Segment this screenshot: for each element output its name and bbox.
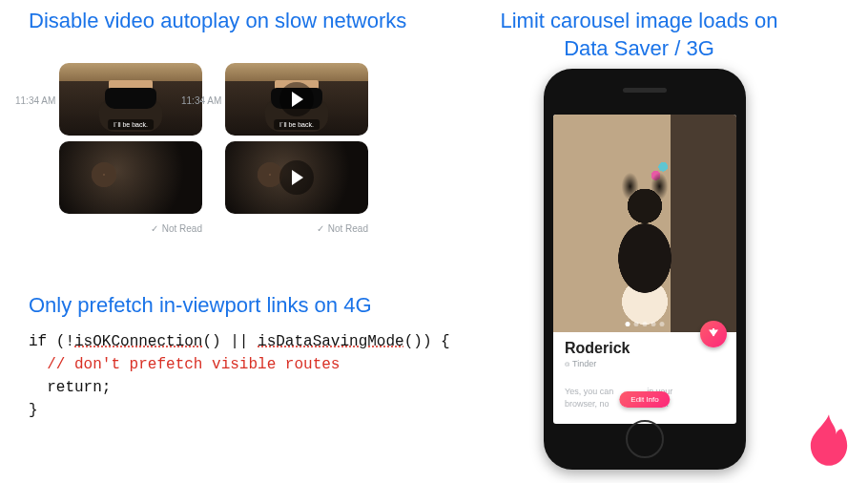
- profile-name: Roderick: [565, 340, 725, 357]
- check-icon: ✓: [317, 223, 324, 234]
- video-thumbnails: 11:34 AM I´ll be back. ✓ Not Read 11:34 …: [59, 63, 368, 234]
- video-col-no-autoplay: 11:34 AM I´ll be back. ✓ Not Read: [225, 63, 368, 234]
- profile-desc-part: browser, no: [565, 399, 610, 409]
- carousel-dot[interactable]: [651, 322, 656, 326]
- video-caption: I´ll be back.: [108, 119, 154, 130]
- link-icon: ⌾: [565, 359, 569, 368]
- read-status: ✓ Not Read: [225, 223, 368, 234]
- check-icon: ✓: [151, 223, 158, 234]
- code-text: ()) {: [404, 333, 450, 350]
- heading-prefetch: Only prefetch in-viewport links on 4G: [29, 292, 372, 320]
- edit-info-button[interactable]: Edit Info: [619, 391, 670, 408]
- profile-desc-part: Yes, you can: [565, 387, 613, 396]
- profile-source-text: Tinder: [572, 359, 596, 368]
- tinder-logo-icon: [807, 414, 851, 466]
- video-thumb-2: [59, 141, 202, 214]
- heading-carousel: Limit carousel image loads on Data Saver…: [477, 8, 801, 62]
- read-status-text: Not Read: [328, 223, 368, 234]
- heading-video-autoplay: Disable video autoplay on slow networks: [29, 8, 406, 35]
- phone-frame: Roderick ⌾ Tinder Yes, you can in your b…: [544, 69, 746, 470]
- timestamp: 11:34 AM: [181, 95, 221, 106]
- code-text: }: [29, 402, 38, 419]
- video-col-autoplay: 11:34 AM I´ll be back. ✓ Not Read: [59, 63, 202, 234]
- carousel-dot[interactable]: [626, 322, 630, 326]
- carousel-dot[interactable]: [643, 322, 648, 326]
- profile-photo[interactable]: [553, 115, 736, 332]
- code-text: () ||: [202, 333, 258, 350]
- video-caption: I´ll be back.: [274, 119, 320, 130]
- phone-screen: Roderick ⌾ Tinder Yes, you can in your b…: [553, 115, 736, 424]
- video-thumb-4: [225, 141, 368, 214]
- video-thumb-3: I´ll be back.: [225, 63, 368, 136]
- code-text: if (!: [29, 333, 74, 350]
- code-comment: // don't prefetch visible routes: [29, 356, 340, 373]
- read-status-text: Not Read: [162, 223, 202, 234]
- code-fn-1: isOKConnection: [74, 333, 202, 350]
- play-icon[interactable]: [279, 160, 314, 195]
- profile-source: ⌾ Tinder: [565, 359, 725, 368]
- read-status: ✓ Not Read: [59, 223, 202, 234]
- code-fn-2: isDataSavingMode: [258, 333, 404, 350]
- carousel-dots: [626, 322, 665, 326]
- timestamp: 11:34 AM: [15, 95, 55, 106]
- code-snippet: if (!isOKConnection() || isDataSavingMod…: [29, 330, 450, 422]
- carousel-dot[interactable]: [660, 322, 665, 326]
- play-icon[interactable]: [279, 82, 314, 116]
- carousel-dot[interactable]: [634, 322, 639, 326]
- profile-card: Roderick ⌾ Tinder Yes, you can in your b…: [553, 332, 736, 410]
- code-text: return;: [29, 379, 111, 396]
